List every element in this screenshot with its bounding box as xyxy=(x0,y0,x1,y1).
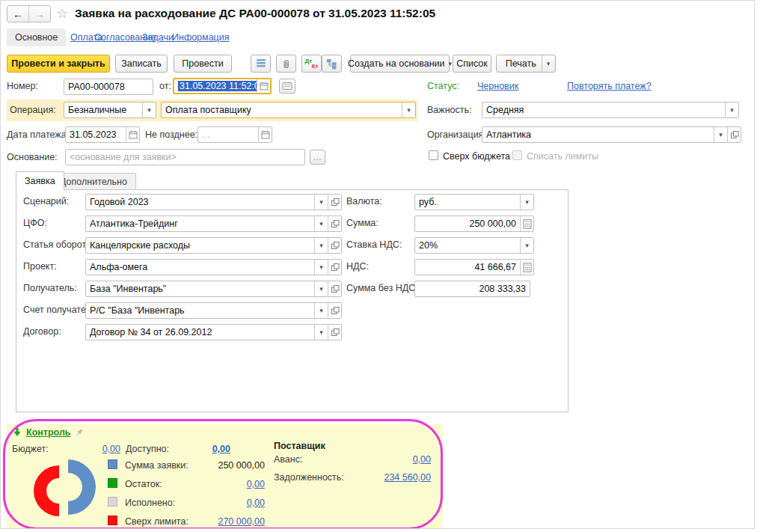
open-icon[interactable] xyxy=(328,325,341,340)
chevron-down-icon[interactable]: ▾ xyxy=(142,103,156,117)
amount-no-vat-value: 208 333,33 xyxy=(415,284,530,294)
operation-type-combo[interactable]: Безналичные ▾ xyxy=(64,102,156,118)
chevron-down-icon[interactable]: ▾ xyxy=(314,195,328,210)
not-later-field[interactable]: . . xyxy=(197,126,272,143)
back-button[interactable]: ← xyxy=(7,6,29,22)
post-button[interactable]: Провести xyxy=(174,55,232,73)
favorite-star-icon[interactable]: ☆ xyxy=(56,5,68,22)
donut-slice-request xyxy=(68,459,96,515)
number-value: РА00-000078 xyxy=(64,82,153,92)
nav-tab-main[interactable]: Основное xyxy=(7,28,66,46)
journal-icon xyxy=(282,82,292,91)
register-records-button[interactable] xyxy=(251,55,271,73)
calendar-icon[interactable] xyxy=(126,127,139,142)
calculator-icon[interactable] xyxy=(520,260,533,275)
journal-button[interactable] xyxy=(279,79,295,94)
amount-no-vat-field[interactable]: 208 333,33 xyxy=(414,281,530,297)
payee-combo[interactable]: База "Инвентарь" ▾ xyxy=(85,281,342,297)
chevron-down-icon[interactable]: ▾ xyxy=(714,127,727,142)
open-icon[interactable] xyxy=(328,303,341,318)
tab-request[interactable]: Заявка xyxy=(16,171,64,190)
open-icon[interactable] xyxy=(328,216,341,231)
expand-down-icon[interactable] xyxy=(13,427,22,437)
calculator-icon[interactable] xyxy=(520,216,533,231)
turnover-item-combo[interactable]: Канцелярские расходы ▾ xyxy=(85,237,342,254)
datetime-value: 31.05.2023 11:52:05 xyxy=(178,81,257,91)
basis-field[interactable]: <основание для заявки> xyxy=(65,149,305,165)
operation-kind-combo[interactable]: Оплата поставщику ▾ xyxy=(161,102,416,118)
calendar-icon[interactable] xyxy=(257,79,270,93)
nav-link-info[interactable]: Информация xyxy=(172,32,230,43)
number-field[interactable]: РА00-000078 xyxy=(64,79,153,95)
status-label: Статус: xyxy=(427,81,459,91)
post-label: Провести xyxy=(182,58,223,69)
legend-value-over-limit[interactable]: 270 000,00 xyxy=(190,516,265,527)
legend-value-executed[interactable]: 0,00 xyxy=(190,498,265,508)
chevron-down-icon[interactable]: ▾ xyxy=(520,238,533,253)
payee-label: Получатель: xyxy=(23,283,77,293)
project-combo[interactable]: Альфа-омега ▾ xyxy=(85,259,342,275)
vat-rate-combo[interactable]: 20% ▾ xyxy=(414,237,534,254)
write-off-limits-checkbox xyxy=(512,150,522,160)
document-window: ← → ☆ Заявка на расходование ДС РА00-000… xyxy=(0,0,755,529)
print-button[interactable]: Печать ▾ xyxy=(496,55,556,73)
open-icon[interactable] xyxy=(328,260,341,275)
chevron-down-icon[interactable]: ▾ xyxy=(402,103,415,117)
open-icon[interactable] xyxy=(328,281,341,296)
status-link[interactable]: Черновик xyxy=(477,81,518,91)
organization-combo[interactable]: Атлантика ▾ xyxy=(482,126,741,143)
post-and-close-button[interactable]: Провести и закрыть xyxy=(7,55,110,73)
scenario-combo[interactable]: Годовой 2023 ▾ xyxy=(85,194,342,210)
control-section-link[interactable]: Контроль xyxy=(26,427,71,438)
structure-button[interactable] xyxy=(322,55,342,73)
create-on-basis-button[interactable]: Создать на основании ▾ xyxy=(350,55,450,73)
amount-field[interactable]: 250 000,00 xyxy=(414,215,534,232)
chevron-down-icon[interactable]: ▾ xyxy=(314,238,328,253)
amount-label: Сумма: xyxy=(346,218,379,228)
repeat-payment-link[interactable]: Повторять платеж? xyxy=(567,81,652,91)
tab-additional-label: Дополнительно xyxy=(60,177,127,187)
nav-link-tasks[interactable]: Задачи xyxy=(142,32,174,43)
chevron-down-icon: ▾ xyxy=(449,61,453,67)
chevron-down-icon[interactable]: ▾ xyxy=(725,103,738,117)
calendar-icon[interactable] xyxy=(258,127,272,142)
open-icon[interactable] xyxy=(328,195,341,210)
chevron-down-icon[interactable]: ▾ xyxy=(314,281,328,296)
cfo-combo[interactable]: Атлантика-Трейдинг ▾ xyxy=(85,215,342,232)
forward-button[interactable]: → xyxy=(29,6,50,22)
payment-date-field[interactable]: 31.05.2023 xyxy=(65,126,140,143)
basis-select-button[interactable]: ... xyxy=(310,150,325,165)
ellipsis-icon: ... xyxy=(313,153,322,162)
chevron-down-icon[interactable]: ▾ xyxy=(520,195,533,210)
open-icon[interactable] xyxy=(727,127,741,142)
advance-value-link[interactable]: 0,00 xyxy=(371,454,431,465)
payee-value: База "Инвентарь" xyxy=(86,284,314,294)
attachments-button[interactable] xyxy=(276,55,296,73)
write-button[interactable]: Записать xyxy=(115,55,168,73)
vat-label: НДС: xyxy=(346,261,369,272)
pin-icon[interactable] xyxy=(74,428,84,438)
contract-combo[interactable]: Договор № 34 от 26.09.2012 ▾ xyxy=(85,324,342,340)
over-budget-checkbox[interactable] xyxy=(429,150,438,160)
datetime-field[interactable]: 31.05.2023 11:52:05 xyxy=(173,78,272,94)
legend-value-remainder[interactable]: 0,00 xyxy=(190,479,265,489)
debt-value-link[interactable]: 234 560,00 xyxy=(356,472,431,483)
open-icon[interactable] xyxy=(328,238,341,253)
chevron-down-icon[interactable]: ▾ xyxy=(314,303,328,318)
paperclip-icon xyxy=(281,58,292,70)
importance-combo[interactable]: Средняя ▾ xyxy=(482,102,739,118)
tab-request-label: Заявка xyxy=(25,176,55,186)
legend-label-over-limit: Сверх лимита: xyxy=(125,516,189,527)
chevron-down-icon[interactable]: ▾ xyxy=(314,260,328,275)
chevron-down-icon[interactable]: ▾ xyxy=(314,325,328,340)
chevron-down-icon[interactable]: ▾ xyxy=(314,216,328,231)
vat-field[interactable]: 41 666,67 xyxy=(414,259,534,275)
operation-type-value: Безналичные xyxy=(64,105,142,115)
dt-kt-button[interactable]: Дт Кт xyxy=(301,55,322,73)
payment-date-label: Дата платежа: xyxy=(7,129,69,140)
payee-account-combo[interactable]: Р/С "База "Инвентарь ▾ xyxy=(85,302,342,319)
list-button[interactable]: Список xyxy=(453,55,491,73)
post-and-close-label: Провести и закрыть xyxy=(11,58,105,69)
currency-combo[interactable]: руб. ▾ xyxy=(414,194,534,210)
available-value-link[interactable]: 0,00 xyxy=(192,444,230,454)
